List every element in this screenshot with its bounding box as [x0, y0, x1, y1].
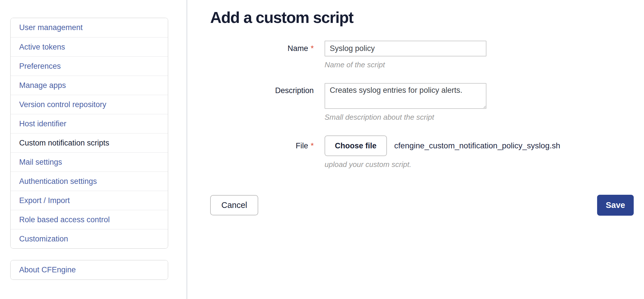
selected-filename: cfengine_custom_notification_policy_sysl…	[394, 141, 560, 150]
sidebar-item-mail-settings[interactable]: Mail settings	[11, 152, 168, 172]
sidebar-item-custom-notification-scripts[interactable]: Custom notification scripts	[11, 133, 168, 152]
name-input[interactable]	[325, 41, 486, 56]
settings-menu: User management Active tokens Preference…	[10, 18, 168, 249]
file-helper-text: upload your custom script.	[325, 160, 560, 169]
sidebar-item-authentication-settings[interactable]: Authentication settings	[11, 172, 168, 191]
required-asterisk: *	[311, 141, 314, 150]
description-helper-text: Small description about the script	[325, 113, 486, 122]
cancel-button[interactable]: Cancel	[210, 195, 258, 215]
name-helper-text: Name of the script	[325, 60, 486, 69]
main-content: Add a custom script Name * Name of the s…	[187, 0, 644, 299]
sidebar-item-role-based-access-control[interactable]: Role based access control	[11, 210, 168, 229]
description-textarea[interactable]: Creates syslog entries for policy alerts…	[325, 83, 486, 109]
sidebar-item-customization[interactable]: Customization	[11, 229, 168, 248]
name-label: Name *	[210, 41, 325, 56]
page-title: Add a custom script	[210, 8, 634, 27]
file-field-col: Choose file cfengine_custom_notification…	[325, 135, 560, 169]
sidebar-item-export-import[interactable]: Export / Import	[11, 191, 168, 210]
sidebar-item-preferences[interactable]: Preferences	[11, 56, 168, 76]
save-button[interactable]: Save	[597, 195, 634, 216]
sidebar-item-user-management[interactable]: User management	[11, 18, 168, 37]
name-field-col: Name of the script	[325, 41, 486, 69]
sidebar-item-version-control-repository[interactable]: Version control repository	[11, 95, 168, 114]
sidebar-item-manage-apps[interactable]: Manage apps	[11, 76, 168, 95]
file-input-line: Choose file cfengine_custom_notification…	[325, 135, 560, 156]
about-menu: About CFEngine	[10, 260, 168, 280]
description-label: Description	[210, 83, 325, 98]
file-row: File * Choose file cfengine_custom_notif…	[210, 135, 634, 169]
description-label-text: Description	[275, 86, 314, 95]
file-label-text: File	[296, 141, 308, 150]
form-actions: Cancel Save	[210, 195, 634, 216]
sidebar-item-host-identifier[interactable]: Host identifier	[11, 114, 168, 133]
choose-file-button[interactable]: Choose file	[325, 135, 387, 156]
description-row: Description Creates syslog entries for p…	[210, 83, 634, 122]
settings-page: User management Active tokens Preference…	[0, 0, 644, 299]
file-label: File *	[210, 135, 325, 156]
sidebar-item-active-tokens[interactable]: Active tokens	[11, 37, 168, 56]
name-label-text: Name	[287, 44, 308, 53]
required-asterisk: *	[311, 44, 314, 53]
description-field-col: Creates syslog entries for policy alerts…	[325, 83, 486, 122]
name-row: Name * Name of the script	[210, 41, 634, 69]
add-custom-script-form: Name * Name of the script Description Cr…	[210, 41, 634, 216]
sidebar-item-about-cfengine[interactable]: About CFEngine	[11, 260, 168, 280]
settings-sidebar: User management Active tokens Preference…	[10, 18, 168, 280]
